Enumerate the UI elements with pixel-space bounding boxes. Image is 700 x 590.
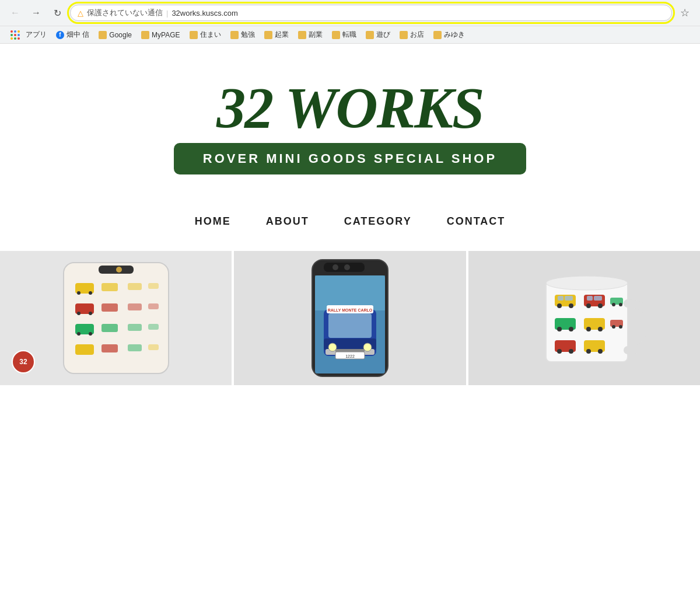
product-image-3 xyxy=(468,251,700,385)
folder-icon xyxy=(190,31,198,39)
svg-rect-17 xyxy=(128,344,142,351)
folder-icon xyxy=(230,31,239,39)
svg-point-49 xyxy=(598,303,603,308)
address-separator: | xyxy=(166,9,168,18)
svg-point-64 xyxy=(569,349,573,354)
bookmark-star-button[interactable]: ☆ xyxy=(677,5,693,21)
nav-about[interactable]: ABOUT xyxy=(266,215,309,228)
facebook-icon: f xyxy=(56,31,64,39)
bookmark-tenshoku[interactable]: 転職 xyxy=(328,29,360,41)
url-text: 32works.kuscs.com xyxy=(172,9,237,18)
product-card-2[interactable]: RALLY MONTE CARLO 1222 xyxy=(234,251,468,385)
site-title: 32 WORKS xyxy=(216,79,483,137)
bookmark-omise-label: お店 xyxy=(410,30,424,40)
bookmark-benkyo-label: 勉強 xyxy=(241,30,255,40)
svg-point-36 xyxy=(363,343,372,351)
browser-chrome: ← → ↻ △ 保護されていない通信 | 32works.kuscs.com ☆… xyxy=(0,0,700,44)
bookmark-sumai[interactable]: 住まい xyxy=(186,29,225,41)
svg-rect-15 xyxy=(75,344,94,355)
svg-point-66 xyxy=(586,349,591,354)
svg-rect-16 xyxy=(102,344,118,352)
svg-point-58 xyxy=(598,327,603,331)
svg-rect-0 xyxy=(64,263,169,373)
svg-rect-71 xyxy=(594,296,602,301)
nav-home[interactable]: HOME xyxy=(195,215,231,228)
product-card-1[interactable]: 32 xyxy=(0,251,234,385)
svg-point-52 xyxy=(619,303,622,306)
svg-point-28 xyxy=(344,264,350,270)
bookmark-miyuki[interactable]: みゆき xyxy=(430,29,468,41)
bookmark-facebook[interactable]: f 畑中 信 xyxy=(52,29,93,41)
svg-point-46 xyxy=(569,303,573,308)
folder-icon xyxy=(298,31,306,39)
forward-button[interactable]: → xyxy=(28,5,44,21)
security-warning-text: 保護されていない通信 xyxy=(87,8,163,18)
svg-rect-10 xyxy=(148,303,159,309)
svg-rect-14 xyxy=(148,324,159,330)
nav-contact[interactable]: CONTACT xyxy=(447,215,506,228)
bookmark-miyuki-label: みゆき xyxy=(444,30,465,40)
svg-text:RALLY MONTE CARLO: RALLY MONTE CARLO xyxy=(328,308,373,312)
svg-point-67 xyxy=(598,349,603,354)
back-button[interactable]: ← xyxy=(7,5,23,21)
bookmark-fukugyo-label: 副業 xyxy=(309,30,323,40)
bookmark-mypage[interactable]: MyPAGE xyxy=(138,30,183,40)
svg-rect-13 xyxy=(128,324,142,331)
folder-icon xyxy=(264,31,272,39)
bookmark-benkyo[interactable]: 勉強 xyxy=(227,29,258,41)
bookmark-tenshoku-label: 転職 xyxy=(342,30,356,40)
reload-button[interactable]: ↻ xyxy=(49,5,65,21)
svg-point-63 xyxy=(557,349,562,354)
address-bar[interactable]: △ 保護されていない通信 | 32works.kuscs.com xyxy=(70,5,672,21)
folder-icon xyxy=(332,31,340,39)
svg-rect-9 xyxy=(128,303,142,310)
svg-rect-4 xyxy=(102,283,118,291)
bookmark-fukugyo[interactable]: 副業 xyxy=(295,29,326,41)
bookmark-asobi-label: 遊び xyxy=(376,30,390,40)
bookmark-sumai-label: 住まい xyxy=(200,30,221,40)
svg-point-55 xyxy=(569,327,573,331)
svg-rect-70 xyxy=(587,296,593,301)
folder-icon xyxy=(400,31,408,39)
svg-rect-69 xyxy=(565,296,573,301)
apps-label: アプリ xyxy=(26,30,47,40)
hero-section: 32 WORKS ROVER MINI GOODS SPECIAL SHOP xyxy=(0,44,700,198)
folder-icon xyxy=(433,31,442,39)
svg-point-19 xyxy=(77,291,80,295)
apps-grid-icon xyxy=(10,30,20,40)
svg-point-2 xyxy=(116,267,122,273)
svg-text:1222: 1222 xyxy=(345,354,355,358)
product-image-1: 32 xyxy=(0,251,232,385)
badge-32: 32 xyxy=(12,350,35,373)
svg-rect-32 xyxy=(328,313,372,338)
svg-rect-68 xyxy=(558,296,564,301)
bookmark-omise[interactable]: お店 xyxy=(396,29,428,41)
svg-point-60 xyxy=(612,325,615,329)
product-image-2: RALLY MONTE CARLO 1222 xyxy=(234,251,466,385)
bookmark-kigyo-label: 起業 xyxy=(275,30,289,40)
bookmark-facebook-label: 畑中 信 xyxy=(66,30,89,40)
products-section: 32 xyxy=(0,251,700,385)
svg-point-22 xyxy=(89,312,92,315)
apps-button[interactable]: アプリ xyxy=(7,29,50,41)
folder-icon xyxy=(99,31,107,39)
site-subtitle: ROVER MINI GOODS SPECIAL SHOP xyxy=(174,143,526,174)
svg-point-45 xyxy=(557,303,562,308)
svg-rect-18 xyxy=(148,344,159,350)
main-navigation: HOME ABOUT CATEGORY CONTACT xyxy=(0,198,700,251)
svg-point-21 xyxy=(77,312,80,315)
bookmark-google-label: Google xyxy=(109,31,132,39)
svg-point-61 xyxy=(619,325,622,329)
bookmark-google[interactable]: Google xyxy=(95,30,135,40)
svg-rect-6 xyxy=(148,283,159,289)
nav-category[interactable]: CATEGORY xyxy=(344,215,412,228)
svg-point-27 xyxy=(332,264,338,270)
svg-point-35 xyxy=(328,343,337,351)
bookmark-kigyo[interactable]: 起業 xyxy=(261,29,292,41)
bookmark-asobi[interactable]: 遊び xyxy=(362,29,394,41)
svg-point-54 xyxy=(557,327,562,331)
browser-toolbar: ← → ↻ △ 保護されていない通信 | 32works.kuscs.com ☆ xyxy=(0,0,700,26)
folder-icon xyxy=(366,31,374,39)
svg-rect-5 xyxy=(128,283,142,290)
product-card-3[interactable] xyxy=(468,251,700,385)
